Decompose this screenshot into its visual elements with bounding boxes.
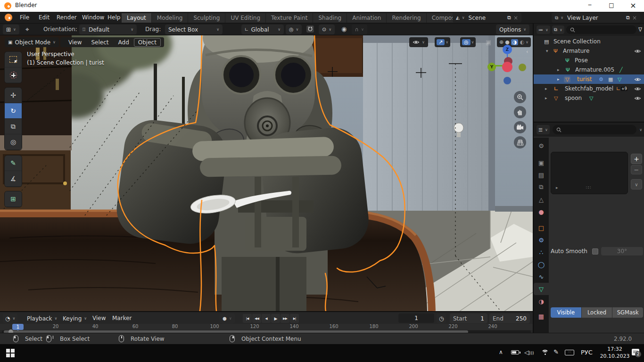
- sidebar-collapse-icon[interactable]: ‹: [526, 49, 528, 55]
- auto-smooth-checkbox[interactable]: [592, 248, 598, 255]
- pan-button[interactable]: [514, 106, 526, 118]
- minimize-button[interactable]: ─: [579, 2, 601, 8]
- navigation-gizmo[interactable]: Z Y: [481, 45, 533, 101]
- overlays-dropdown[interactable]: ◎ ∨: [460, 37, 476, 47]
- visibility-eye-icon[interactable]: [634, 85, 641, 92]
- scene-unlink-icon[interactable]: ×: [513, 15, 518, 21]
- playback-menu[interactable]: Playback∨: [24, 313, 60, 323]
- tab-object-data[interactable]: ▽: [534, 283, 549, 295]
- tray-chevron-icon[interactable]: ∧: [499, 349, 503, 355]
- axis-y-ball[interactable]: Y: [487, 63, 496, 71]
- menu-file[interactable]: File: [15, 14, 34, 21]
- outliner-row-scene-collection[interactable]: ▤ Scene Collection: [534, 37, 644, 46]
- playhead-marker[interactable]: 1: [12, 324, 24, 330]
- tab-physics[interactable]: ◯: [534, 258, 549, 271]
- drag-dropdown[interactable]: Select Box ∨: [165, 25, 223, 34]
- transform-orientation-dropdown[interactable]: ∟ Global ∨: [241, 25, 284, 34]
- properties-editor-type[interactable]: ☰∨: [537, 125, 550, 134]
- viewport-menu-add[interactable]: Add: [114, 39, 134, 46]
- visibility-eye-icon[interactable]: [634, 95, 641, 102]
- frame-start-field[interactable]: Start1: [450, 313, 487, 323]
- disclosure-icon[interactable]: ▸: [545, 96, 547, 100]
- axis-z-neg-ball[interactable]: [504, 77, 511, 84]
- auto-smooth-angle-field[interactable]: 30°: [601, 247, 643, 255]
- axis-y-neg-ball[interactable]: [519, 64, 526, 71]
- view-layer-remove-icon[interactable]: ×: [632, 15, 637, 21]
- play-reverse-button[interactable]: ◀: [262, 314, 271, 323]
- timeline-marker-menu[interactable]: Marker: [107, 315, 136, 321]
- disclosure-icon[interactable]: ▸: [557, 77, 560, 82]
- gizmo-toggle-icon[interactable]: ↗: [437, 39, 445, 45]
- scene-copy-icon[interactable]: ⧉: [507, 15, 511, 21]
- outliner-row-spoon[interactable]: ▸ ▽ spoon ▽: [534, 93, 644, 103]
- properties-options-chevron-icon[interactable]: ∨: [639, 128, 642, 132]
- orientation-dropdown[interactable]: ⍗ Default ∨: [79, 25, 137, 34]
- options-dropdown[interactable]: Options ∨: [496, 25, 529, 34]
- tab-particles[interactable]: ∴: [534, 246, 549, 258]
- shape-keys-list[interactable]: ▸ ∷∷: [551, 152, 628, 194]
- mode-selector[interactable]: ▣ Object Mode ∨: [5, 37, 59, 47]
- viewport-menu-object[interactable]: Object: [134, 38, 161, 47]
- frame-end-field[interactable]: End250: [489, 313, 530, 323]
- filter-icon[interactable]: ∇: [638, 26, 642, 33]
- overlays-toggle-icon[interactable]: ◎: [462, 39, 471, 45]
- snap-magnet-icon[interactable]: Ω: [306, 25, 314, 33]
- shape-key-specials-button[interactable]: ∨: [631, 179, 642, 189]
- viewport-menu-select[interactable]: Select: [86, 39, 113, 46]
- tab-sculpting[interactable]: Sculpting: [188, 13, 225, 23]
- current-frame-field[interactable]: 1: [398, 313, 434, 323]
- tool-move[interactable]: ✢: [5, 88, 22, 103]
- properties-search[interactable]: [553, 125, 636, 134]
- volume-icon[interactable]: ◁))): [524, 349, 534, 356]
- tab-tool[interactable]: ⚙: [534, 140, 549, 152]
- tool-scale[interactable]: ⧉: [5, 119, 22, 134]
- next-keyframe-button[interactable]: ▶▶: [281, 314, 289, 323]
- tab-output[interactable]: ▤: [534, 169, 549, 181]
- keying-menu[interactable]: Keying∨: [59, 313, 90, 323]
- camera-view-button[interactable]: [514, 121, 526, 133]
- ortho-toggle-button[interactable]: [514, 136, 526, 148]
- tool-select-box[interactable]: [5, 52, 22, 67]
- falloff-dropdown[interactable]: ∩ ∨: [352, 25, 367, 34]
- axis-z-ball[interactable]: Z: [503, 45, 512, 54]
- disclosure-icon[interactable]: ▸: [557, 67, 560, 72]
- outliner-search[interactable]: [566, 25, 636, 34]
- wifi-icon[interactable]: [541, 350, 550, 356]
- tab-object[interactable]: □: [534, 222, 549, 234]
- tab-modeling[interactable]: Modeling: [152, 13, 189, 23]
- tab-texture-paint[interactable]: Texture Paint: [266, 13, 313, 23]
- visibility-eye-icon[interactable]: [634, 76, 641, 83]
- tab-constraints[interactable]: ∿: [534, 271, 549, 283]
- disclosure-icon[interactable]: ▾: [546, 49, 548, 53]
- tab-material[interactable]: ◑: [534, 295, 549, 307]
- outliner-row-armature[interactable]: ▾ Ψ Armature: [534, 46, 644, 56]
- tab-modifiers[interactable]: ⚙: [534, 234, 549, 246]
- outliner-row-turist[interactable]: ▸ ▽ turist ⚙ ▦ ▽: [534, 74, 644, 84]
- tool-transform[interactable]: ◎: [5, 134, 22, 150]
- gizmo-icon[interactable]: ⌖: [25, 25, 29, 33]
- outliner-row-pose[interactable]: Ψ Pose: [534, 56, 644, 65]
- shape-key-remove-button[interactable]: −: [631, 165, 642, 174]
- scene-selector[interactable]: ◭ ∨ Scene ⧉ ×: [453, 13, 521, 23]
- tab-texture[interactable]: ▦: [534, 310, 549, 322]
- maximize-button[interactable]: □: [601, 2, 622, 8]
- visibility-eye-icon[interactable]: [634, 48, 641, 55]
- xray-sgmask-button[interactable]: SGMask: [612, 307, 643, 318]
- prev-keyframe-button[interactable]: ◀◀: [252, 314, 261, 323]
- menu-edit[interactable]: Edit: [34, 14, 54, 21]
- play-button[interactable]: ▶: [271, 314, 280, 323]
- outliner-editor-type[interactable]: ≔∨: [537, 25, 550, 34]
- tab-uv-editing[interactable]: UV Editing: [225, 13, 266, 23]
- timeline-ruler[interactable]: 20 40 60 80 100 120 140 160 180 200 220 …: [0, 324, 533, 330]
- clock[interactable]: 17:32 20.10.2023: [600, 346, 630, 360]
- tool-annotate[interactable]: ✎: [5, 156, 22, 171]
- tab-render[interactable]: ▣: [534, 156, 549, 169]
- tab-view-layer[interactable]: ⧉: [534, 181, 549, 193]
- jump-to-end-button[interactable]: ▶|: [290, 314, 299, 323]
- jump-to-start-button[interactable]: |◀: [243, 314, 252, 323]
- viewport-menu-view[interactable]: View: [64, 39, 86, 46]
- tab-shading[interactable]: Shading: [313, 13, 347, 23]
- blender-menu-logo-icon[interactable]: [5, 14, 12, 21]
- disclosure-icon[interactable]: ▸: [545, 86, 547, 91]
- viewport-scene[interactable]: [0, 35, 533, 311]
